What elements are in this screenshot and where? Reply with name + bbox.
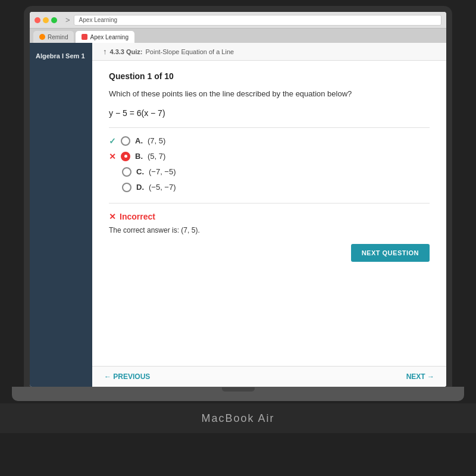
main-layout: Algebra I Sem 1 ↑ 4.3.3 Quiz: Point-Slop… bbox=[30, 43, 446, 387]
incorrect-label: ✕ Incorrect bbox=[109, 212, 430, 221]
laptop-notch bbox=[222, 387, 255, 392]
option-b[interactable]: ✕ B. (5, 7) bbox=[109, 152, 430, 161]
close-dot[interactable] bbox=[35, 17, 40, 23]
screen: > Apex Learning Remind Apex Learning bbox=[30, 12, 446, 387]
macbook-bar: MacBook Air bbox=[0, 403, 476, 433]
content-area: ↑ 4.3.3 Quiz: Point-Slope Equation of a … bbox=[92, 43, 446, 387]
tab-bar: Remind Apex Learning bbox=[30, 29, 446, 43]
option-a-text: (7, 5) bbox=[148, 136, 165, 145]
option-a[interactable]: ✓ A. (7, 5) bbox=[109, 136, 430, 146]
browser-nav-arrow[interactable]: > bbox=[65, 15, 70, 24]
quiz-header: ↑ 4.3.3 Quiz: Point-Slope Equation of a … bbox=[92, 43, 446, 61]
window-controls bbox=[35, 17, 57, 23]
option-d[interactable]: D. (−5, −7) bbox=[109, 183, 430, 192]
laptop-outer: > Apex Learning Remind Apex Learning bbox=[24, 6, 452, 387]
option-d-text: (−5, −7) bbox=[149, 183, 176, 192]
tab-apex[interactable]: Apex Learning bbox=[76, 31, 134, 43]
radio-b[interactable] bbox=[121, 152, 130, 161]
divider-top bbox=[109, 127, 430, 128]
breadcrumb-arrow: ↑ bbox=[103, 47, 107, 56]
option-d-label: D. bbox=[136, 183, 144, 192]
quiz-content: Question 1 of 10 Which of these points l… bbox=[92, 61, 446, 366]
option-c-text: (−7, −5) bbox=[149, 167, 176, 176]
breadcrumb-label: 4.3.3 Quiz: bbox=[110, 48, 143, 55]
address-text: Apex Learning bbox=[79, 17, 118, 23]
x-icon-b: ✕ bbox=[109, 152, 116, 161]
incorrect-text: Incorrect bbox=[120, 212, 155, 221]
radio-d[interactable] bbox=[122, 183, 131, 192]
breadcrumb-sub: Point-Slope Equation of a Line bbox=[146, 48, 234, 55]
maximize-dot[interactable] bbox=[51, 17, 57, 23]
remind-tab-label: Remind bbox=[48, 34, 68, 40]
macbook-label: MacBook Air bbox=[201, 412, 274, 425]
sidebar: Algebra I Sem 1 bbox=[30, 43, 92, 387]
correct-answer-text: The correct answer is: (7, 5). bbox=[109, 226, 430, 234]
question-text: Which of these points lies on the line d… bbox=[109, 88, 430, 100]
next-question-button[interactable]: NEXT QUESTION bbox=[351, 244, 430, 262]
tab-remind[interactable]: Remind bbox=[33, 31, 74, 43]
remind-favicon bbox=[39, 34, 45, 40]
option-a-label: A. bbox=[135, 136, 143, 145]
radio-c[interactable] bbox=[122, 167, 131, 177]
result-x-icon: ✕ bbox=[109, 212, 116, 221]
apex-tab-label: Apex Learning bbox=[90, 34, 129, 40]
result-section: ✕ Incorrect The correct answer is: (7, 5… bbox=[109, 203, 430, 262]
bottom-nav: ← PREVIOUS NEXT → bbox=[92, 366, 446, 387]
sidebar-title: Algebra I Sem 1 bbox=[30, 48, 92, 64]
option-b-label: B. bbox=[135, 152, 143, 161]
browser-chrome: > Apex Learning bbox=[30, 12, 446, 29]
equation: y − 5 = 6(x − 7) bbox=[109, 108, 430, 118]
answer-options: ✓ A. (7, 5) ✕ B. bbox=[109, 136, 430, 192]
next-link[interactable]: NEXT → bbox=[406, 372, 434, 381]
minimize-dot[interactable] bbox=[43, 17, 49, 23]
radio-a[interactable] bbox=[121, 136, 130, 146]
previous-link[interactable]: ← PREVIOUS bbox=[104, 372, 150, 381]
laptop-base bbox=[12, 387, 464, 401]
next-button-wrapper: NEXT QUESTION bbox=[109, 244, 430, 262]
apex-favicon bbox=[82, 34, 87, 40]
check-icon-a: ✓ bbox=[109, 136, 116, 146]
option-b-text: (5, 7) bbox=[148, 152, 165, 161]
option-c[interactable]: C. (−7, −5) bbox=[109, 167, 430, 177]
option-c-label: C. bbox=[136, 167, 144, 176]
question-number: Question 1 of 10 bbox=[109, 71, 430, 81]
address-bar[interactable]: Apex Learning bbox=[74, 15, 441, 26]
